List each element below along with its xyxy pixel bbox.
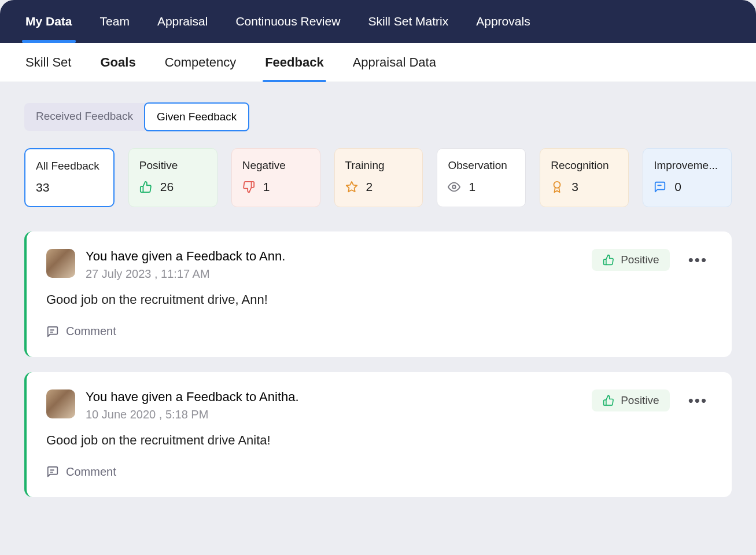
chat-icon bbox=[654, 181, 666, 193]
thumbs-up-icon bbox=[602, 394, 615, 407]
stat-label: All Feedback bbox=[36, 160, 103, 172]
feedback-date: 10 June 2020 , 5:18 PM bbox=[86, 408, 581, 421]
award-icon bbox=[551, 181, 563, 193]
feedback-title: You have given a Feedback to Ann. bbox=[86, 249, 581, 264]
stat-count: 2 bbox=[366, 180, 373, 194]
feedback-title: You have given a Feedback to Anitha. bbox=[86, 389, 581, 405]
badge-label: Positive bbox=[621, 394, 659, 407]
comment-label: Comment bbox=[66, 325, 116, 338]
stat-label: Training bbox=[345, 159, 412, 172]
stat-count: 1 bbox=[263, 180, 270, 194]
top-nav-item-continuous-review[interactable]: Continuous Review bbox=[235, 0, 340, 43]
avatar bbox=[46, 249, 75, 278]
sub-nav-item-competency[interactable]: Competency bbox=[165, 43, 237, 82]
feedback-body: Good job on the recruitment drive Anita! bbox=[46, 433, 712, 448]
comment-button[interactable]: Comment bbox=[46, 325, 116, 338]
feedback-body: Good job on the recruitment drive, Ann! bbox=[46, 292, 712, 307]
feedback-toggle-group: Received Feedback Given Feedback bbox=[24, 103, 249, 131]
stat-card-positive[interactable]: Positive 26 bbox=[128, 148, 217, 207]
sub-nav-item-skill-set[interactable]: Skill Set bbox=[25, 43, 71, 82]
comment-label: Comment bbox=[66, 465, 116, 479]
comment-button[interactable]: Comment bbox=[46, 465, 116, 479]
top-nav: My Data Team Appraisal Continuous Review… bbox=[0, 0, 756, 43]
top-nav-item-my-data[interactable]: My Data bbox=[25, 0, 72, 43]
badge-positive: Positive bbox=[592, 389, 670, 411]
svg-point-1 bbox=[453, 185, 456, 189]
sub-nav-item-feedback[interactable]: Feedback bbox=[265, 43, 324, 82]
content-area: Received Feedback Given Feedback All Fee… bbox=[0, 82, 756, 497]
stat-card-improvement[interactable]: Improveme... 0 bbox=[643, 148, 732, 207]
star-icon bbox=[345, 181, 358, 193]
stat-label: Negative bbox=[242, 159, 309, 172]
avatar bbox=[46, 389, 75, 418]
stat-label: Observation bbox=[448, 159, 515, 172]
sub-nav: Skill Set Goals Competency Feedback Appr… bbox=[0, 43, 756, 82]
more-button[interactable]: ••• bbox=[684, 252, 712, 267]
more-button[interactable]: ••• bbox=[684, 393, 712, 408]
stat-label: Positive bbox=[139, 159, 206, 172]
feedback-card: You have given a Feedback to Ann. 27 Jul… bbox=[24, 231, 732, 357]
stats-row: All Feedback 33 Positive 26 Negative 1 bbox=[24, 148, 732, 207]
stat-card-recognition[interactable]: Recognition 3 bbox=[540, 148, 629, 207]
thumbs-up-icon bbox=[139, 181, 152, 193]
feedback-card: You have given a Feedback to Anitha. 10 … bbox=[24, 372, 732, 498]
stat-count: 26 bbox=[160, 180, 174, 194]
svg-marker-0 bbox=[346, 182, 356, 192]
stat-count: 33 bbox=[36, 181, 49, 194]
thumbs-up-icon bbox=[602, 253, 615, 266]
stat-label: Improveme... bbox=[654, 159, 721, 172]
sub-nav-item-appraisal-data[interactable]: Appraisal Data bbox=[353, 43, 436, 82]
top-nav-item-appraisal[interactable]: Appraisal bbox=[157, 0, 208, 43]
badge-label: Positive bbox=[621, 253, 659, 266]
sub-nav-item-goals[interactable]: Goals bbox=[100, 43, 135, 82]
comment-icon bbox=[46, 325, 59, 338]
top-nav-item-team[interactable]: Team bbox=[100, 0, 130, 43]
eye-icon bbox=[448, 181, 460, 193]
stat-count: 3 bbox=[571, 180, 578, 194]
feedback-date: 27 July 2023 , 11:17 AM bbox=[86, 267, 581, 281]
stat-card-all-feedback[interactable]: All Feedback 33 bbox=[24, 148, 115, 207]
top-nav-item-skill-set-matrix[interactable]: Skill Set Matrix bbox=[368, 0, 448, 43]
thumbs-down-icon bbox=[242, 181, 255, 193]
stat-count: 0 bbox=[674, 180, 681, 194]
stat-card-negative[interactable]: Negative 1 bbox=[231, 148, 320, 207]
toggle-given-feedback[interactable]: Given Feedback bbox=[144, 102, 249, 131]
stat-count: 1 bbox=[469, 180, 475, 194]
stat-card-training[interactable]: Training 2 bbox=[334, 148, 423, 207]
comment-icon bbox=[46, 465, 59, 478]
stat-label: Recognition bbox=[551, 159, 618, 172]
top-nav-item-approvals[interactable]: Approvals bbox=[476, 0, 530, 43]
badge-positive: Positive bbox=[592, 249, 670, 271]
stat-card-observation[interactable]: Observation 1 bbox=[437, 148, 526, 207]
toggle-received-feedback[interactable]: Received Feedback bbox=[24, 103, 145, 131]
